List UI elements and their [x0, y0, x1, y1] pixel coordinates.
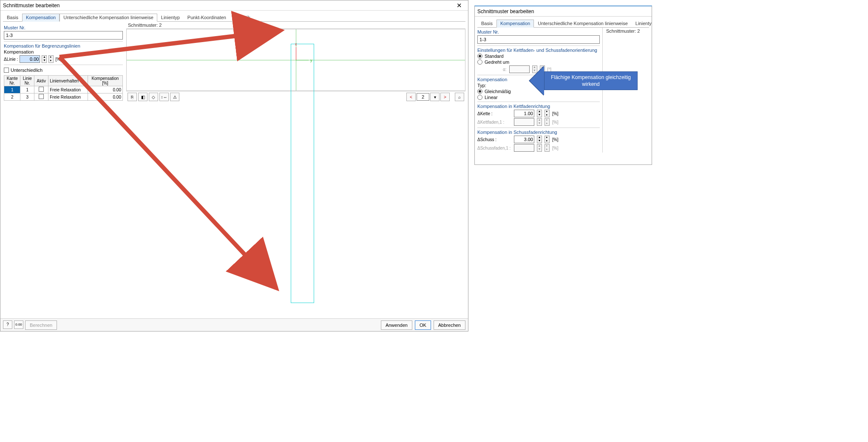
- tool-axes-icon[interactable]: ↕↔: [159, 93, 169, 101]
- muster-nr-label: Muster Nr.: [477, 29, 600, 34]
- alpha-input: [509, 65, 530, 73]
- tool-copy-icon[interactable]: ⎘: [128, 93, 137, 101]
- group-orientation-label: Einstellungen für Kettfaden- und Schussf…: [477, 48, 600, 53]
- dialog-edit-cutpattern-1: Schnittmuster bearbeiten ✕ Basis Kompens…: [0, 0, 468, 332]
- kompensation-label: Kompensation: [4, 49, 123, 54]
- spin-step-arrows[interactable]: ▸▸: [545, 110, 550, 117]
- spin-step-arrows: ▸▸: [545, 118, 550, 126]
- callout-text: Flächige Kompensation gleichzeitig wirke…: [548, 74, 633, 88]
- tab-kompensation[interactable]: Kompensation: [496, 20, 534, 28]
- group-schussfaden-label: Kompensation in Schussfadenrichtung: [477, 130, 600, 135]
- th-linie: LinieNr.: [20, 76, 34, 86]
- delta-kettfaden1-input: [514, 118, 534, 126]
- dialog-title: Schnittmuster bearbeiten: [3, 3, 60, 8]
- muster-nr-label: Muster Nr.: [4, 25, 123, 30]
- tab-basis[interactable]: Basis: [3, 14, 22, 21]
- delta-line-input[interactable]: [20, 55, 40, 63]
- spin-buttons[interactable]: ▲▼: [42, 55, 47, 63]
- unit-pct: [%]: [55, 57, 61, 62]
- delta-schussfaden1-input: [514, 144, 534, 152]
- tab-linientyp[interactable]: Linientyp: [157, 14, 184, 21]
- close-icon[interactable]: ✕: [453, 1, 465, 10]
- tab-basis[interactable]: Basis: [477, 20, 496, 27]
- delta-schuss-label: ΔSchuss :: [477, 137, 511, 142]
- table-row[interactable]: 2 3 Freie Relaxation 0.00: [4, 94, 123, 101]
- titlebar: Schnittmuster bearbeiten: [475, 6, 652, 17]
- help-icon[interactable]: ?: [3, 320, 12, 329]
- delta-schuss-input[interactable]: [514, 136, 534, 143]
- delta-kette-input[interactable]: [514, 110, 534, 117]
- titlebar: Schnittmuster bearbeiten ✕: [0, 0, 468, 11]
- radio-standard[interactable]: [477, 54, 482, 59]
- zoom-fit-icon[interactable]: ⌕: [455, 93, 464, 101]
- berechnen-button[interactable]: Berechnen: [25, 320, 57, 330]
- th-kante: KanteNr.: [4, 76, 20, 86]
- delta-line-label: ΔLinie :: [4, 57, 18, 62]
- tool-warning-icon[interactable]: ⚠: [170, 93, 179, 101]
- nav-prev-button[interactable]: <: [406, 93, 416, 101]
- tabs: Basis Kompensation Unterschiedliche Komp…: [3, 12, 465, 22]
- spin-step-arrows[interactable]: ▸▸: [48, 55, 54, 63]
- nav-dropdown-button[interactable]: ▾: [430, 93, 440, 101]
- tool-tag-icon[interactable]: ◇: [149, 93, 158, 101]
- unterschiedlich-label: Unterschiedlich: [11, 68, 43, 73]
- delta-kettfaden1-label: ΔKettfaden,1 :: [477, 120, 511, 125]
- precision-icon[interactable]: 0.00: [14, 320, 23, 329]
- viewport-header: Schnittmuster: 2: [126, 22, 465, 29]
- viewport-panel: Schnittmuster: 2 x y ⎘ ◧: [126, 22, 465, 102]
- anwenden-button[interactable]: Anwenden: [381, 320, 412, 330]
- tab-linewise-compensation[interactable]: Unterschiedliche Kompensation linienweis…: [60, 14, 157, 22]
- tool-layers-icon[interactable]: ◧: [138, 93, 148, 101]
- dialog-title: Schnittmuster bearbeiten: [477, 8, 534, 14]
- delta-schussfaden1-label: ΔSchussfaden,1 :: [477, 146, 511, 150]
- spin-step-arrows[interactable]: ▸▸: [545, 136, 550, 143]
- th-aktiv: Aktiv: [34, 76, 48, 86]
- muster-nr-input[interactable]: [477, 35, 600, 44]
- unterschiedlich-checkbox[interactable]: [4, 68, 9, 73]
- abbrechen-button[interactable]: Abbrechen: [434, 320, 465, 330]
- spin-step-arrows: ▸▸: [545, 144, 550, 152]
- delta-kette-label: ΔKette :: [477, 111, 511, 116]
- tab-linewise-compensation[interactable]: Unterschiedliche Kompensation linienweis…: [534, 20, 632, 27]
- tabs: Basis Kompensation Unterschiedliche Komp…: [477, 18, 649, 28]
- nav-next-button[interactable]: >: [440, 93, 450, 101]
- tab-linientyp[interactable]: Linientyp: [632, 20, 652, 27]
- spin-buttons: ▲▼: [537, 118, 542, 126]
- compensation-table: KanteNr. LinieNr. Aktiv Linienverhalten …: [4, 75, 123, 101]
- spin-buttons[interactable]: ▲▼: [537, 136, 542, 143]
- th-verhalten: Linienverhalten: [48, 76, 88, 86]
- muster-nr-input[interactable]: [4, 31, 123, 40]
- viewport-header-2: Schnittmuster: 2: [604, 28, 649, 34]
- left-panel: Muster Nr. Kompensation für Begrenzungsl…: [3, 22, 124, 102]
- th-komp: Kompensation[%]: [88, 76, 122, 86]
- cutpattern-shape: [291, 44, 314, 303]
- tab-kompensation[interactable]: Kompensation: [22, 14, 60, 22]
- alpha-label: α:: [503, 67, 507, 72]
- radio-gleichmaessig[interactable]: [477, 89, 482, 94]
- group-boundary-label: Kompensation für Begrenzungslinien: [4, 43, 123, 48]
- group-kettfaden-label: Kompensation in Kettfadenrichtung: [477, 104, 600, 109]
- tab-punkt-koordinaten[interactable]: Punkt-Koordinaten: [184, 14, 230, 21]
- nav-index-input[interactable]: [417, 93, 429, 101]
- radio-gedreht[interactable]: [477, 60, 482, 65]
- viewport[interactable]: x y: [126, 29, 465, 91]
- callout-annotation: Flächige Kompensation gleichzeitig wirke…: [544, 64, 638, 98]
- dialog-footer: ? 0.00 Berechnen Anwenden OK Abbrechen: [0, 318, 468, 331]
- spin-buttons: ▲▼: [537, 144, 542, 152]
- ok-button[interactable]: OK: [415, 320, 431, 330]
- table-row[interactable]: 1 1 Freie Relaxation 0.00: [4, 86, 123, 94]
- spin-buttons[interactable]: ▲▼: [537, 110, 542, 117]
- radio-linear[interactable]: [477, 95, 482, 100]
- tab-statistik[interactable]: Statistik: [230, 14, 254, 21]
